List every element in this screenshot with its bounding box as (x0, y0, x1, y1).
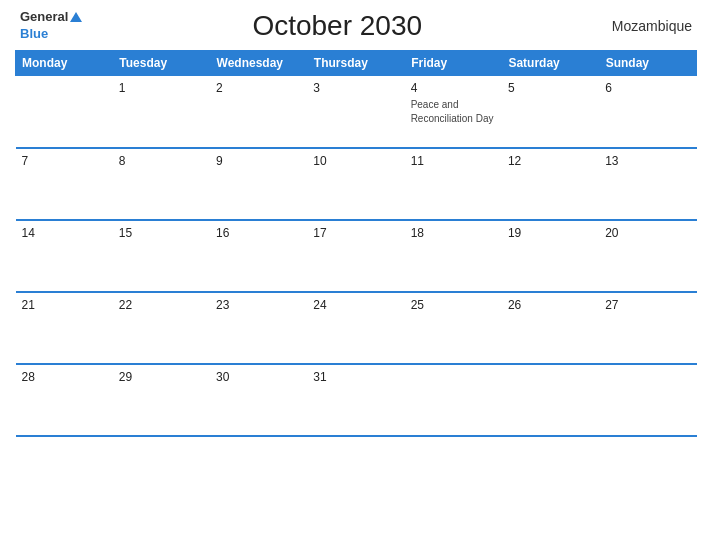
weekday-header-friday: Friday (405, 51, 502, 76)
month-title: October 2030 (82, 10, 592, 42)
day-number: 23 (216, 298, 301, 312)
day-cell: 4Peace and Reconciliation Day (405, 76, 502, 148)
weekday-header-monday: Monday (16, 51, 113, 76)
logo-blue-text: Blue (20, 26, 48, 41)
logo-general-text: General (20, 10, 68, 24)
day-cell: 3 (307, 76, 404, 148)
day-cell: 20 (599, 220, 696, 292)
day-cell (599, 364, 696, 436)
day-cell: 24 (307, 292, 404, 364)
calendar-header: General Blue October 2030 Mozambique (15, 10, 697, 42)
day-cell: 8 (113, 148, 210, 220)
day-cell (405, 364, 502, 436)
day-number: 15 (119, 226, 204, 240)
day-number: 12 (508, 154, 593, 168)
weekday-header-sunday: Sunday (599, 51, 696, 76)
day-cell: 10 (307, 148, 404, 220)
week-row-0: 1234Peace and Reconciliation Day56 (16, 76, 697, 148)
weekday-header-saturday: Saturday (502, 51, 599, 76)
day-number: 5 (508, 81, 593, 95)
day-cell: 15 (113, 220, 210, 292)
day-cell: 31 (307, 364, 404, 436)
day-cell: 13 (599, 148, 696, 220)
day-cell: 30 (210, 364, 307, 436)
day-number: 14 (22, 226, 107, 240)
day-cell: 14 (16, 220, 113, 292)
day-number: 1 (119, 81, 204, 95)
day-number: 10 (313, 154, 398, 168)
day-number: 26 (508, 298, 593, 312)
day-cell (16, 76, 113, 148)
day-cell: 22 (113, 292, 210, 364)
day-number: 11 (411, 154, 496, 168)
day-cell: 16 (210, 220, 307, 292)
country-label: Mozambique (592, 18, 692, 34)
day-number: 31 (313, 370, 398, 384)
day-number: 8 (119, 154, 204, 168)
day-cell: 19 (502, 220, 599, 292)
day-cell: 5 (502, 76, 599, 148)
week-row-4: 28293031 (16, 364, 697, 436)
weekday-header-thursday: Thursday (307, 51, 404, 76)
day-cell: 11 (405, 148, 502, 220)
day-cell: 7 (16, 148, 113, 220)
day-number: 17 (313, 226, 398, 240)
weekday-header-wednesday: Wednesday (210, 51, 307, 76)
day-number: 3 (313, 81, 398, 95)
week-row-1: 78910111213 (16, 148, 697, 220)
day-number: 6 (605, 81, 690, 95)
logo-triangle-icon (70, 12, 82, 22)
day-cell: 17 (307, 220, 404, 292)
day-number: 13 (605, 154, 690, 168)
week-row-2: 14151617181920 (16, 220, 697, 292)
day-cell: 28 (16, 364, 113, 436)
day-cell: 29 (113, 364, 210, 436)
day-cell: 1 (113, 76, 210, 148)
day-cell: 25 (405, 292, 502, 364)
day-number: 22 (119, 298, 204, 312)
day-cell: 2 (210, 76, 307, 148)
day-cell: 18 (405, 220, 502, 292)
day-number: 21 (22, 298, 107, 312)
day-number: 16 (216, 226, 301, 240)
day-cell: 6 (599, 76, 696, 148)
logo: General Blue (20, 10, 82, 42)
day-number: 28 (22, 370, 107, 384)
day-number: 30 (216, 370, 301, 384)
weekday-header-tuesday: Tuesday (113, 51, 210, 76)
day-number: 27 (605, 298, 690, 312)
day-number: 20 (605, 226, 690, 240)
day-number: 7 (22, 154, 107, 168)
day-cell: 21 (16, 292, 113, 364)
day-number: 29 (119, 370, 204, 384)
event-label: Peace and Reconciliation Day (411, 99, 494, 124)
day-cell: 9 (210, 148, 307, 220)
day-cell: 23 (210, 292, 307, 364)
weekday-header-row: MondayTuesdayWednesdayThursdayFridaySatu… (16, 51, 697, 76)
calendar-table: MondayTuesdayWednesdayThursdayFridaySatu… (15, 50, 697, 437)
day-number: 19 (508, 226, 593, 240)
day-cell: 12 (502, 148, 599, 220)
day-number: 4 (411, 81, 496, 95)
day-cell (502, 364, 599, 436)
day-number: 18 (411, 226, 496, 240)
day-number: 25 (411, 298, 496, 312)
calendar-container: General Blue October 2030 Mozambique Mon… (0, 0, 712, 550)
day-cell: 27 (599, 292, 696, 364)
week-row-3: 21222324252627 (16, 292, 697, 364)
day-number: 24 (313, 298, 398, 312)
day-number: 2 (216, 81, 301, 95)
day-number: 9 (216, 154, 301, 168)
day-cell: 26 (502, 292, 599, 364)
